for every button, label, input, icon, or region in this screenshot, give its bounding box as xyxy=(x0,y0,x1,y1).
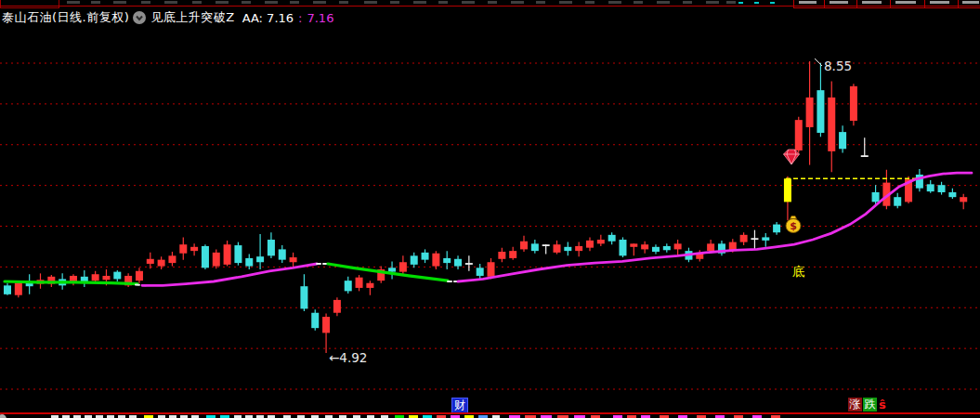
high-price-label: 8.55 xyxy=(824,59,852,73)
candle-body-14 xyxy=(158,260,165,267)
candle-body-51 xyxy=(564,247,571,251)
toolbar-button-cutoff[interactable] xyxy=(959,0,980,8)
cutoff-text-fragment xyxy=(657,1,670,4)
candle-body-68 xyxy=(751,238,758,240)
diamond-icon xyxy=(784,150,800,164)
bottom-red-divider xyxy=(0,412,980,414)
ma-line-green xyxy=(328,264,448,281)
button-text-fragment xyxy=(895,1,916,4)
candle-body-30 xyxy=(333,300,341,313)
candle-body-76 xyxy=(839,132,846,149)
candle-body-42 xyxy=(465,263,473,265)
cutoff-text-fragment xyxy=(390,1,399,4)
candle-body-8 xyxy=(92,274,99,281)
candle-body-24 xyxy=(268,240,275,255)
aa-separator: : xyxy=(298,11,302,25)
cutoff-text-fragment xyxy=(488,1,497,4)
cutoff-text-fragment xyxy=(216,1,229,4)
chevron-down-icon[interactable] xyxy=(133,11,146,24)
cutoff-text-fragment xyxy=(683,1,692,4)
bottom-signal-label: 底 xyxy=(792,264,805,279)
cutoff-text-fragment xyxy=(536,1,545,4)
zhang-badge[interactable]: 涨 xyxy=(848,398,862,411)
candle-body-10 xyxy=(113,272,121,280)
candle-body-27 xyxy=(300,286,307,308)
candle-body-44 xyxy=(488,262,495,277)
cutoff-text-fragment xyxy=(585,1,595,4)
candle-body-57 xyxy=(630,243,637,246)
candlestick-chart[interactable]: 8.55←4.92底$ xyxy=(0,0,980,418)
candle-body-55 xyxy=(608,235,616,242)
indicator-aa-value: 7.16 xyxy=(307,11,333,25)
candle-body-48 xyxy=(531,243,539,251)
candle-body-52 xyxy=(575,246,582,251)
candle-body-25 xyxy=(279,249,286,259)
indicator-name: 见底上升突破Z xyxy=(150,9,234,26)
toolbar-button-cutoff[interactable] xyxy=(857,0,891,8)
cyan-tick xyxy=(770,2,775,4)
candle-body-36 xyxy=(399,262,407,271)
toolbar-button-cutoff[interactable] xyxy=(793,0,825,8)
candle-body-1 xyxy=(15,283,22,295)
candle-body-75 xyxy=(828,98,835,151)
cutoff-text-fragment xyxy=(462,1,475,4)
candle-body-22 xyxy=(245,258,253,267)
high-pointer-line xyxy=(815,59,822,66)
candle-body-53 xyxy=(586,241,594,248)
cutoff-text-fragment xyxy=(438,1,448,4)
candle-body-20 xyxy=(224,244,231,265)
candle-body-78 xyxy=(861,155,869,157)
candle-body-70 xyxy=(773,225,780,233)
candle-body-73 xyxy=(806,98,814,127)
cutoff-text-fragment xyxy=(290,1,299,4)
candle-body-77 xyxy=(850,86,857,121)
candle-body-21 xyxy=(234,245,242,263)
candle-body-45 xyxy=(498,252,505,259)
cyan-tick xyxy=(738,2,743,4)
cutoff-text-fragment xyxy=(339,1,348,4)
candle-body-9 xyxy=(102,276,110,280)
die-badge[interactable]: 跌 xyxy=(863,398,877,411)
toolbar-button-cutoff[interactable] xyxy=(925,0,959,8)
cutoff-text-fragment xyxy=(634,1,643,4)
bottom-strip: 财 涨 跌 ŝ xyxy=(0,396,980,418)
cutoff-text-fragment xyxy=(113,1,126,4)
candle-body-69 xyxy=(762,237,769,240)
candle-body-54 xyxy=(597,240,605,243)
cutoff-text-fragment xyxy=(67,1,80,4)
candle-body-58 xyxy=(641,244,648,249)
cai-gadget-badge[interactable]: 财 xyxy=(451,398,468,413)
cutoff-text-fragment xyxy=(706,1,719,4)
cutoff-text-fragment xyxy=(608,1,621,4)
candle-body-50 xyxy=(554,244,561,253)
candle-body-87 xyxy=(960,197,967,202)
top-toolbar-cutoff xyxy=(0,0,980,7)
cutoff-text-fragment xyxy=(141,1,150,4)
candle-body-16 xyxy=(179,244,187,254)
candle-body-35 xyxy=(388,268,396,271)
cutoff-text-fragment xyxy=(164,1,177,4)
indicator-aa-label: AA: 7.16 xyxy=(242,11,294,25)
candle-body-32 xyxy=(356,278,363,288)
stock-title: 泰山石油(日线.前复权) xyxy=(2,9,129,26)
candle-body-64 xyxy=(707,243,714,251)
candle-body-79 xyxy=(872,192,880,202)
candle-body-39 xyxy=(432,254,439,267)
candle-body-60 xyxy=(663,246,671,250)
toolbar-button-cutoff[interactable] xyxy=(891,0,925,8)
candle-body-85 xyxy=(938,185,946,192)
cutoff-text-fragment xyxy=(726,1,736,4)
top-red-divider xyxy=(0,6,980,7)
money-up-icon: ŝ xyxy=(879,398,886,411)
cutoff-text-fragment xyxy=(559,1,572,4)
candle-body-38 xyxy=(422,253,429,260)
toolbar-button-cutoff[interactable] xyxy=(825,0,857,8)
toolbar-left-cell[interactable] xyxy=(0,0,59,8)
candle-body-37 xyxy=(411,255,418,265)
candle-body-71 xyxy=(784,178,791,202)
candle-body-23 xyxy=(256,256,264,262)
candle-body-28 xyxy=(311,313,319,328)
cutoff-text-fragment xyxy=(511,1,524,4)
candle-body-31 xyxy=(345,281,352,291)
candle-body-33 xyxy=(366,283,373,288)
